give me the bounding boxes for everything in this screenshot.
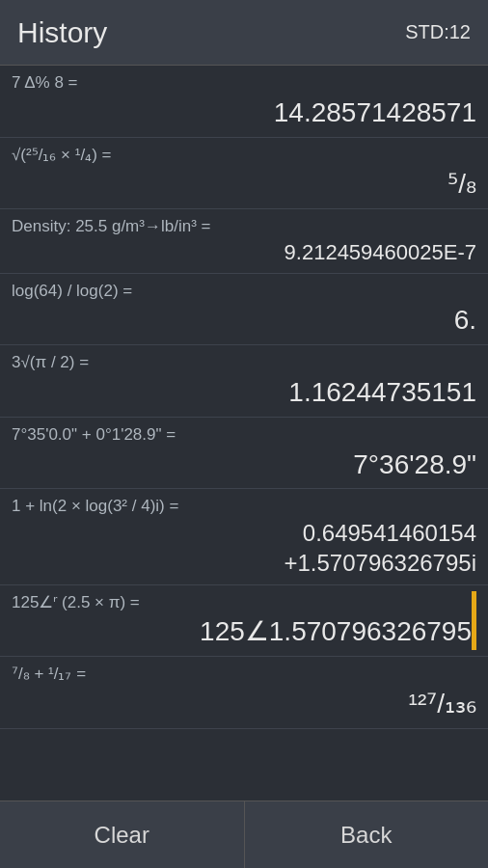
list-item[interactable]: Density: 25.5 g/m³→lb/in³ =9.21245946002… (0, 209, 488, 273)
entry-expression: log(64) / log(2) = (12, 280, 476, 303)
entry-expression: 1 + ln(2 × log(3² / 4)i) = (12, 495, 476, 518)
footer-toolbar: Clear Back (0, 800, 488, 868)
entry-result: ⁵/₈ (12, 166, 476, 203)
entry-expression: √(²⁵/₁₆ × ¹/₄) = (12, 144, 476, 167)
list-item[interactable]: √(²⁵/₁₆ × ¹/₄) =⁵/₈ (0, 138, 488, 210)
entry-expression: 7 Δ% 8 = (12, 71, 476, 95)
entry-expression: 3√(π / 2) = (12, 351, 476, 374)
list-item[interactable]: log(64) / log(2) =6. (0, 274, 488, 346)
entry-expression: Density: 25.5 g/m³→lb/in³ = (12, 215, 476, 238)
entry-result: ¹²⁷/₁₃₆ (12, 686, 476, 722)
entry-result: 125∠1.570796326795 (12, 613, 472, 650)
entry-result: 9.212459460025E-7 (12, 238, 476, 267)
list-item[interactable]: 1 + ln(2 × log(3² / 4)i) =0.649541460154… (0, 489, 488, 584)
entry-expression: 7°35'0.0" + 0°1'28.9" = (12, 423, 476, 447)
entry-result: 7°36'28.9" (12, 447, 476, 483)
std-label: STD:12 (405, 21, 471, 43)
list-item[interactable]: ⁷/₈ + ¹/₁₇ =¹²⁷/₁₃₆ (0, 657, 488, 729)
list-item[interactable]: 7 Δ% 8 =14.28571428571 (0, 66, 488, 138)
page-title: History (17, 16, 107, 49)
history-header: History STD:12 (0, 0, 488, 66)
clear-button[interactable]: Clear (0, 801, 245, 868)
entry-result: 1.16244735151 (12, 374, 476, 411)
entry-expression: 125∠ʳ (2.5 × π) = (12, 591, 472, 614)
entry-result: 14.28571428571 (12, 95, 476, 131)
list-item[interactable]: 3√(π / 2) =1.16244735151 (0, 345, 488, 418)
entry-result: 6. (12, 302, 476, 339)
history-list: 7 Δ% 8 =14.28571428571√(²⁵/₁₆ × ¹/₄) =⁵/… (0, 66, 488, 800)
list-item[interactable]: 7°35'0.0" + 0°1'28.9" =7°36'28.9" (0, 418, 488, 490)
entry-expression: ⁷/₈ + ¹/₁₇ = (12, 663, 476, 686)
list-item[interactable]: 125∠ʳ (2.5 × π) =125∠1.570796326795 (0, 585, 488, 658)
entry-color-bar (472, 591, 476, 651)
entry-result: 0.649541460154+1.570796326795i (12, 518, 476, 578)
back-button[interactable]: Back (245, 801, 489, 868)
